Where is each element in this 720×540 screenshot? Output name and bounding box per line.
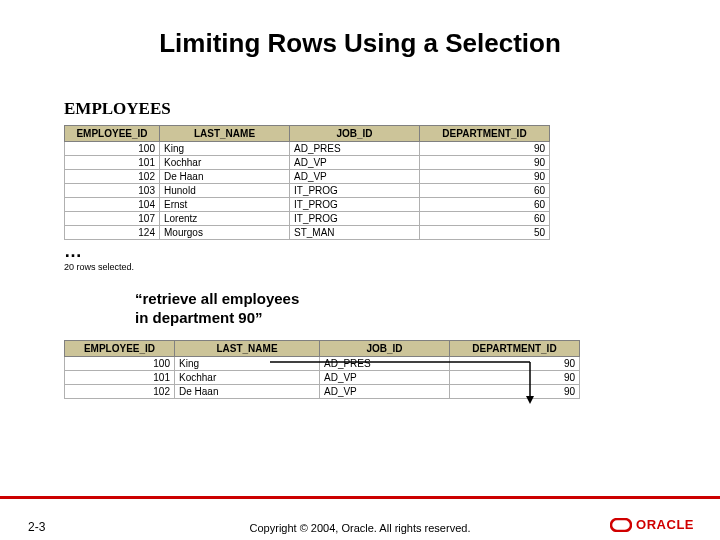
page-title: Limiting Rows Using a Selection	[40, 28, 680, 59]
footer-accent-bar	[0, 496, 720, 499]
col-header-last-name: LAST_NAME	[160, 126, 290, 142]
cell-name: Mourgos	[160, 226, 290, 240]
cell-dept: 60	[420, 198, 550, 212]
cell-id: 103	[65, 184, 160, 198]
col-header-employee-id: EMPLOYEE_ID	[65, 126, 160, 142]
cell-name: Hunold	[160, 184, 290, 198]
cell-id: 102	[65, 170, 160, 184]
cell-job: AD_PRES	[320, 356, 450, 370]
query-quote: “retrieve all employees in department 90…	[135, 290, 305, 328]
cell-id: 124	[65, 226, 160, 240]
oracle-logo-text: ORACLE	[636, 517, 694, 532]
table-row: 100KingAD_PRES90	[65, 356, 580, 370]
cell-name: Ernst	[160, 198, 290, 212]
cell-dept: 90	[420, 170, 550, 184]
table-row: 101KochharAD_VP90	[65, 156, 550, 170]
cell-name: De Haan	[160, 170, 290, 184]
table-row: 104ErnstIT_PROG60	[65, 198, 550, 212]
svg-rect-3	[611, 519, 631, 531]
cell-name: Lorentz	[160, 212, 290, 226]
table-row: 102De HaanAD_VP90	[65, 170, 550, 184]
cell-name: Kochhar	[175, 370, 320, 384]
cell-job: IT_PROG	[290, 184, 420, 198]
cell-id: 101	[65, 370, 175, 384]
col-header-employee-id: EMPLOYEE_ID	[65, 340, 175, 356]
cell-dept: 90	[450, 384, 580, 398]
cell-dept: 60	[420, 212, 550, 226]
cell-id: 101	[65, 156, 160, 170]
employees-label: EMPLOYEES	[64, 99, 680, 119]
cell-dept: 50	[420, 226, 550, 240]
cell-job: AD_VP	[320, 384, 450, 398]
cell-name: Kochhar	[160, 156, 290, 170]
cell-name: King	[160, 142, 290, 156]
cell-job: AD_VP	[290, 156, 420, 170]
employees-filtered-table: EMPLOYEE_ID LAST_NAME JOB_ID DEPARTMENT_…	[64, 340, 580, 399]
cell-dept: 60	[420, 184, 550, 198]
cell-job: AD_PRES	[290, 142, 420, 156]
cell-id: 104	[65, 198, 160, 212]
col-header-job-id: JOB_ID	[320, 340, 450, 356]
cell-dept: 90	[420, 156, 550, 170]
cell-name: King	[175, 356, 320, 370]
employees-full-table: EMPLOYEE_ID LAST_NAME JOB_ID DEPARTMENT_…	[64, 125, 550, 240]
col-header-department-id: DEPARTMENT_ID	[420, 126, 550, 142]
table-header-row: EMPLOYEE_ID LAST_NAME JOB_ID DEPARTMENT_…	[65, 126, 550, 142]
cell-id: 100	[65, 142, 160, 156]
cell-id: 100	[65, 356, 175, 370]
col-header-job-id: JOB_ID	[290, 126, 420, 142]
table-row: 124MourgosST_MAN50	[65, 226, 550, 240]
cell-dept: 90	[450, 356, 580, 370]
cell-id: 102	[65, 384, 175, 398]
row-count-label: 20 rows selected.	[64, 262, 680, 272]
ellipsis: …	[64, 242, 680, 260]
table-row: 102De HaanAD_VP90	[65, 384, 580, 398]
cell-job: IT_PROG	[290, 212, 420, 226]
slide-footer: 2-3 Copyright © 2004, Oracle. All rights…	[0, 496, 720, 540]
oracle-logo: ORACLE	[610, 517, 694, 532]
col-header-department-id: DEPARTMENT_ID	[450, 340, 580, 356]
cell-dept: 90	[420, 142, 550, 156]
cell-job: ST_MAN	[290, 226, 420, 240]
slide: Limiting Rows Using a Selection EMPLOYEE…	[0, 0, 720, 540]
cell-name: De Haan	[175, 384, 320, 398]
table-row: 103HunoldIT_PROG60	[65, 184, 550, 198]
cell-id: 107	[65, 212, 160, 226]
table-row: 107LorentzIT_PROG60	[65, 212, 550, 226]
table-row: 101KochharAD_VP90	[65, 370, 580, 384]
col-header-last-name: LAST_NAME	[175, 340, 320, 356]
oracle-logo-icon	[610, 518, 632, 532]
cell-job: AD_VP	[320, 370, 450, 384]
table-row: 100KingAD_PRES90	[65, 142, 550, 156]
cell-dept: 90	[450, 370, 580, 384]
table-header-row: EMPLOYEE_ID LAST_NAME JOB_ID DEPARTMENT_…	[65, 340, 580, 356]
cell-job: IT_PROG	[290, 198, 420, 212]
cell-job: AD_VP	[290, 170, 420, 184]
